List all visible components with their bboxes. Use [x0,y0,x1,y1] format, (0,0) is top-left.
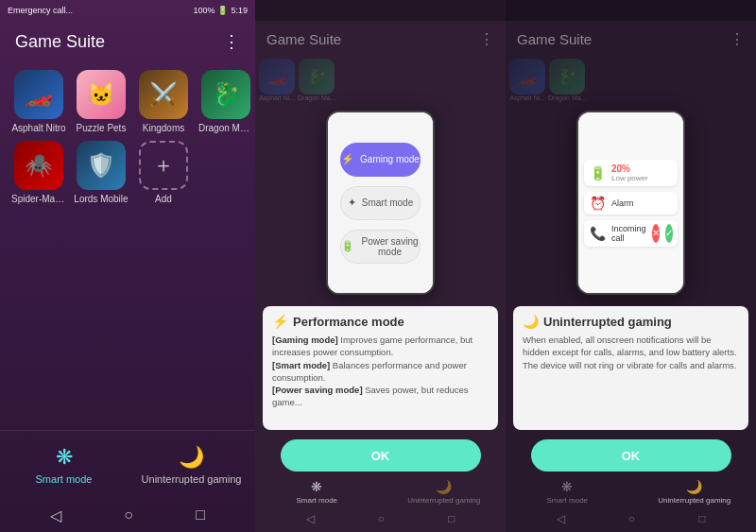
right-back[interactable]: ◁ [557,512,565,525]
game-icon-spider: 🕷️ [14,141,63,190]
bg-dragon-label: Dragon Ma... [298,94,335,101]
game-label-dragon: Dragon Mania [198,123,253,133]
center-back[interactable]: ◁ [306,512,315,525]
back-button[interactable]: ◁ [50,506,61,524]
right-desc-title: 🌙 Uninterrupted gaming [523,314,739,329]
center-recents[interactable]: □ [448,512,455,525]
add-game-label: Add [136,194,191,204]
left-panel: Emergency call... 100% 🔋 5:19 Game Suite… [0,0,255,532]
home-button[interactable]: ○ [124,506,133,523]
accept-call-button[interactable]: ✓ [665,224,673,243]
right-ok-button[interactable]: OK [531,439,731,472]
game-icon-lords: 🛡️ [77,141,126,190]
gaming-mode-button[interactable]: ⚡ Gaming mode [340,143,421,177]
bg-asphalt-icon: 🏎️ [259,59,295,94]
more-button[interactable]: ⋮ [223,31,240,52]
game-item-puzzle[interactable]: 🐱 Puzzle Pets [74,70,129,133]
right-top-bar: Game Suite ⋮ [506,21,756,57]
center-desc-icon: ⚡ [272,314,288,329]
right-more-button[interactable]: ⋮ [730,30,745,48]
right-desc-body: When enabled, all onscreen notifications… [523,334,739,371]
bg-asphalt-label: Asphalt Ni... [259,94,295,101]
battery-percent: 20% [611,163,648,174]
notif-call: 📞 Incoming call ✕ ✓ [584,220,678,247]
battery-icon: 🔋 [217,6,228,15]
recents-button[interactable]: □ [196,506,205,523]
add-game-item[interactable]: ＋ Add [136,141,191,204]
bottom-nav: ❋ Smart mode 🌙 Uninterrupted gaming [0,430,255,498]
right-home[interactable]: ○ [628,512,635,525]
saving-mode-button[interactable]: 🔋 Power saving mode [340,230,421,264]
app-title: Game Suite [15,32,105,52]
right-nav-uninterrupted[interactable]: 🌙 Uninterrupted gaming [633,479,757,505]
center-bottom-nav: ❋ Smart mode 🌙 Uninterrupted gaming [255,477,506,506]
game-label-lords: Lords Mobile [74,194,129,204]
game-item-spider[interactable]: 🕷️ Spider-Man... [11,141,66,204]
right-panel: Game Suite ⋮ 🏎️ Asphalt Ni... 🐉 Dragon M… [506,0,756,532]
right-bg-dragon-icon: 🐉 [549,59,585,94]
smart-mode-icon: ❋ [56,445,73,470]
call-notif-icon: 📞 [590,226,606,241]
status-bar: Emergency call... 100% 🔋 5:19 [0,0,255,21]
nav-smart-mode[interactable]: ❋ Smart mode [0,438,128,492]
game-label-spider: Spider-Man... [11,194,66,204]
right-bg-asphalt-icon: 🏎️ [509,59,545,94]
right-nav-smart-label: Smart mode [546,496,588,505]
center-desc-title-text: Performance mode [293,315,404,329]
battery-text: 100% [193,6,215,15]
game-item-asphalt[interactable]: 🏎️ Asphalt Nitro [11,70,66,133]
right-nav-smart[interactable]: ❋ Smart mode [506,479,629,505]
right-sys-nav: ◁ ○ □ [506,506,756,532]
right-panel-content: Game Suite ⋮ 🏎️ Asphalt Ni... 🐉 Dragon M… [506,0,756,532]
center-home[interactable]: ○ [378,512,385,525]
right-bg-dragon-label: Dragon Ma... [548,94,586,101]
saving-mode-icon: 🔋 [341,240,354,252]
center-nav-smart[interactable]: ❋ Smart mode [255,479,379,505]
game-label-asphalt: Asphalt Nitro [11,123,66,133]
gaming-mode-desc-label: [Gaming mode] [272,335,338,345]
notification-screen: 🔋 20% Low power ⏰ Alarm 📞 Incoming call [578,112,683,293]
center-bg-games: 🏎️ Asphalt Ni... 🐉 Dragon Ma... [255,57,506,103]
right-app-title: Game Suite [517,31,592,47]
game-icon-dragon: 🐉 [201,70,250,119]
right-nav-unint-icon: 🌙 [686,479,702,494]
right-recents[interactable]: □ [698,512,705,525]
notif-battery: 🔋 20% Low power [584,160,678,186]
game-item-dragon[interactable]: 🐉 Dragon Mania [198,70,253,133]
center-desc-body: [Gaming mode] Improves game performance,… [272,334,489,409]
game-item-kingdoms[interactable]: ⚔️ Kingdoms [136,70,191,133]
right-phone-mockup-area: 🔋 20% Low power ⏰ Alarm 📞 Incoming call [506,103,756,302]
smart-mode-desc-label: [Smart mode] [272,360,330,370]
battery-notif-text: 20% Low power [611,163,648,182]
right-desc-icon: 🌙 [523,314,539,329]
game-item-lords[interactable]: 🛡️ Lords Mobile [74,141,129,204]
alarm-notif-text: Alarm [611,198,634,208]
game-label-kingdoms: Kingdoms [136,123,191,133]
decline-call-button[interactable]: ✕ [652,224,660,243]
game-label-puzzle: Puzzle Pets [74,123,129,133]
nav-uninterrupted[interactable]: 🌙 Uninterrupted gaming [128,438,255,492]
center-ok-button[interactable]: OK [281,439,481,472]
right-nav-unint-label: Uninterrupted gaming [658,496,730,505]
right-description: 🌙 Uninterrupted gaming When enabled, all… [513,306,748,430]
center-nav-uninterrupted[interactable]: 🌙 Uninterrupted gaming [383,479,507,505]
right-status-bar [506,0,756,21]
games-grid: 🏎️ Asphalt Nitro 🐱 Puzzle Pets ⚔️ Kingdo… [0,62,255,212]
right-bg-games: 🏎️ Asphalt Ni... 🐉 Dragon Ma... [506,57,756,103]
game-icon-kingdoms: ⚔️ [139,70,188,119]
status-left: Emergency call... [8,6,73,15]
smart-mode-button[interactable]: ✦ Smart mode [340,186,421,220]
center-more-button[interactable]: ⋮ [479,30,494,48]
battery-status: Low power [611,174,648,182]
right-desc-title-text: Uninterrupted gaming [543,315,672,329]
right-bottom-nav: ❋ Smart mode 🌙 Uninterrupted gaming [506,477,756,506]
system-nav-bar: ◁ ○ □ [0,498,255,532]
right-phone-mockup: 🔋 20% Low power ⏰ Alarm 📞 Incoming call [576,111,685,295]
center-nav-smart-icon: ❋ [311,479,322,494]
smart-mode-phone-icon: ✦ [348,197,356,209]
game-icon-asphalt: 🏎️ [14,70,63,119]
bg-dragon-icon: 🐉 [299,59,335,94]
top-bar: Game Suite ⋮ [0,21,255,62]
battery-notif-icon: 🔋 [590,165,606,180]
center-sys-nav: ◁ ○ □ [255,506,506,532]
